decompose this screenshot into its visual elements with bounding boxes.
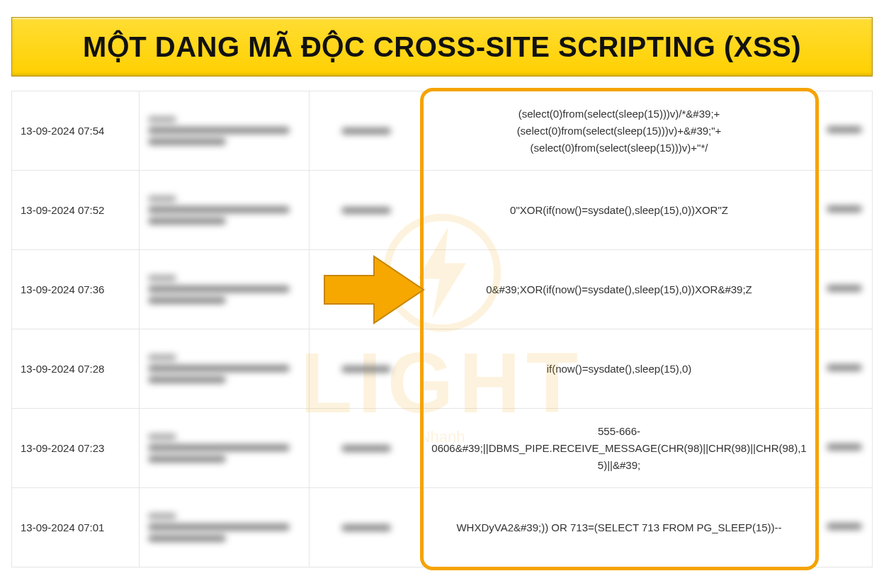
table-row: 13-09-2024 07:01WHXDyVA2&#39;)) OR 713=(… (12, 488, 873, 567)
log-date: 13-09-2024 07:54 (12, 91, 140, 171)
log-meta-redacted (310, 409, 423, 488)
log-source-redacted (140, 409, 310, 488)
page-title: MỘT DANG MÃ ĐỘC CROSS-SITE SCRIPTING (XS… (18, 30, 866, 63)
log-table: 13-09-2024 07:54(select(0)from(select(sl… (11, 91, 873, 567)
log-trailing-redacted (816, 91, 873, 171)
table-row: 13-09-2024 07:28if(now()=sysdate(),sleep… (12, 329, 873, 409)
log-trailing-redacted (816, 250, 873, 329)
log-payload: 0"XOR(if(now()=sysdate(),sleep(15),0))XO… (423, 171, 816, 250)
log-date: 13-09-2024 07:01 (12, 488, 140, 567)
log-meta-redacted (310, 488, 423, 567)
log-trailing-redacted (816, 171, 873, 250)
table-row: 13-09-2024 07:54(select(0)from(select(sl… (12, 91, 873, 171)
log-meta-redacted (310, 329, 423, 409)
log-payload: (select(0)from(select(sleep(15)))v)/*&#3… (423, 91, 816, 171)
log-trailing-redacted (816, 329, 873, 409)
log-date: 13-09-2024 07:23 (12, 409, 140, 488)
log-date: 13-09-2024 07:28 (12, 329, 140, 409)
log-date: 13-09-2024 07:36 (12, 250, 140, 329)
log-trailing-redacted (816, 409, 873, 488)
table-row: 13-09-2024 07:23555-666-0606&#39;||DBMS_… (12, 409, 873, 488)
log-source-redacted (140, 329, 310, 409)
log-payload: 0&#39;XOR(if(now()=sysdate(),sleep(15),0… (423, 250, 816, 329)
log-payload: 555-666-0606&#39;||DBMS_PIPE.RECEIVE_MES… (423, 409, 816, 488)
log-source-redacted (140, 250, 310, 329)
log-source-redacted (140, 488, 310, 567)
title-bar: MỘT DANG MÃ ĐỘC CROSS-SITE SCRIPTING (XS… (11, 17, 873, 77)
log-payload: if(now()=sysdate(),sleep(15),0) (423, 329, 816, 409)
log-source-redacted (140, 171, 310, 250)
log-source-redacted (140, 91, 310, 171)
log-payload: WHXDyVA2&#39;)) OR 713=(SELECT 713 FROM … (423, 488, 816, 567)
log-date: 13-09-2024 07:52 (12, 171, 140, 250)
log-trailing-redacted (816, 488, 873, 567)
log-table-wrapper: LIGHT Nhanh 13-09-2024 07:54(select(0)fr… (11, 91, 873, 567)
table-row: 13-09-2024 07:520"XOR(if(now()=sysdate()… (12, 171, 873, 250)
log-meta-redacted (310, 171, 423, 250)
table-row: 13-09-2024 07:360&#39;XOR(if(now()=sysda… (12, 250, 873, 329)
log-meta-redacted (310, 250, 423, 329)
log-meta-redacted (310, 91, 423, 171)
